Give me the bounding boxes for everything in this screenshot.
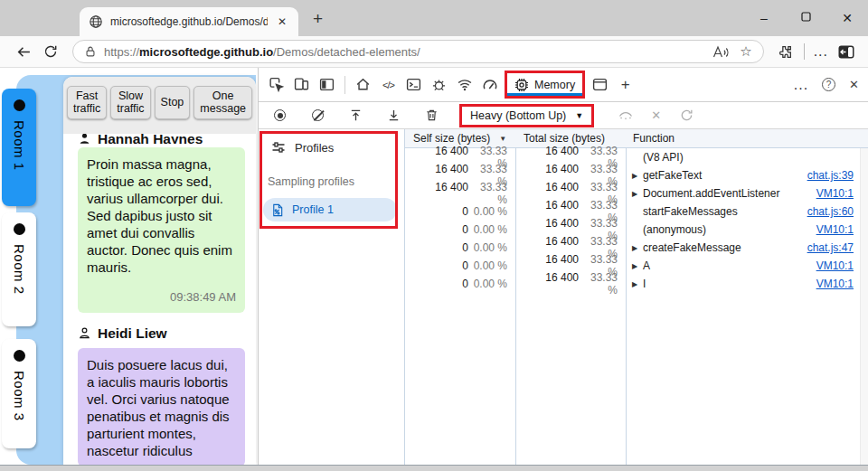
settings-more-icon[interactable]: ... — [814, 43, 828, 60]
devtools-more-icon[interactable]: ... — [794, 77, 808, 93]
back-icon[interactable] — [14, 42, 33, 61]
refresh-icon[interactable] — [42, 42, 60, 61]
expand-chevron-icon[interactable]: ▶ — [632, 190, 643, 198]
room-tab-3[interactable]: Room 3 — [2, 339, 36, 448]
profile-view-select[interactable]: Heavy (Bottom Up) ▼ — [459, 104, 594, 127]
profile-item-label: Profile 1 — [292, 203, 334, 216]
room-tab-2[interactable]: Room 2 — [2, 212, 36, 326]
inspect-view-eye-icon[interactable] — [613, 103, 637, 127]
room-status-dot — [14, 350, 25, 362]
clear-selection-icon[interactable]: ✕ — [651, 108, 661, 122]
table-row[interactable]: 16 40033.33 % 16 40033.33 % ▶Document.ad… — [405, 184, 868, 203]
sidebar-toggle-icon[interactable] — [837, 42, 855, 61]
tab-close-icon[interactable]: ✕ — [275, 15, 289, 28]
profile-item-1[interactable]: Profile 1 — [263, 198, 397, 221]
source-link[interactable]: chat.js:39 — [807, 169, 868, 182]
stop-button[interactable]: Stop — [155, 86, 191, 119]
table-row[interactable]: 00.00 % 16 40033.33 % ▶createFakeMessage… — [405, 239, 868, 257]
source-link[interactable]: VM10:1 — [816, 187, 868, 200]
help-icon[interactable]: ? — [822, 78, 835, 91]
sampling-grid: Self size (bytes) ▼ Total size (bytes) F… — [404, 129, 868, 465]
lock-icon — [84, 45, 97, 58]
one-message-button[interactable]: One message — [193, 86, 252, 119]
room-status-dot — [14, 223, 25, 235]
performance-gauge-icon[interactable] — [477, 72, 502, 97]
welcome-home-icon[interactable] — [351, 72, 375, 97]
save-profile-icon[interactable] — [382, 103, 406, 127]
browser-tab[interactable]: microsoftedge.github.io/Demos/d ✕ — [80, 7, 298, 36]
read-aloud-icon[interactable] — [712, 45, 729, 59]
message-author: Hannah Haynes — [98, 134, 203, 144]
inspect-element-icon[interactable] — [264, 72, 288, 97]
room-tab-1[interactable]: Room 1 — [2, 89, 36, 206]
layout-panel-icon[interactable] — [588, 72, 612, 97]
message-author: Heidi Liew — [98, 325, 167, 342]
window-bottom-edge — [0, 465, 868, 471]
maximize-button[interactable] — [785, 12, 826, 24]
devtools-panel: </> Memory — [258, 68, 868, 465]
table-row[interactable]: 00.00 % 16 40033.33 % ▶AVM10:1 — [405, 257, 868, 275]
console-icon[interactable] — [401, 72, 426, 97]
message-text: Proin massa magna, tristique ac eros sed… — [87, 156, 232, 275]
table-row[interactable]: 00.00 % 16 40033.33 % ▶IVM10:1 — [405, 275, 868, 293]
column-header-total-size[interactable]: Total size (bytes) — [515, 132, 626, 145]
column-header-function[interactable]: Function — [626, 132, 868, 145]
expand-chevron-icon[interactable]: ▶ — [632, 244, 643, 252]
load-profile-icon[interactable] — [344, 103, 368, 127]
traffic-controls: Fast traffic Slow traffic Stop One messa… — [63, 77, 256, 134]
more-tools-plus-icon[interactable]: + — [613, 72, 637, 97]
close-window-button[interactable]: ✕ — [826, 11, 868, 25]
expand-chevron-icon[interactable]: ▶ — [632, 172, 643, 180]
fast-traffic-button[interactable]: Fast traffic — [67, 86, 107, 119]
message-timestamp: 09:38:49 AM — [87, 288, 236, 306]
refresh-disabled-icon[interactable] — [675, 103, 699, 127]
record-profile-icon[interactable] — [268, 103, 292, 127]
room-label: Room 1 — [12, 120, 27, 171]
profiles-pane: Profiles Sampling profiles Profile 1 — [259, 129, 404, 465]
tabbar-divider — [344, 76, 345, 94]
sampling-profile-doc-icon — [271, 203, 284, 217]
message-author-clipped: Hannah Haynes — [78, 134, 245, 144]
url-text: https://microsoftedge.github.io/Demos/de… — [104, 45, 705, 59]
chat-demo-page: Room 1 Room 2 Room 3 Fast traffic Slow t… — [0, 68, 258, 465]
source-link[interactable]: chat.js:47 — [807, 241, 868, 254]
expand-chevron-icon[interactable]: ▶ — [632, 280, 643, 288]
profiles-header[interactable]: Profiles — [271, 140, 404, 155]
clear-profiles-icon[interactable] — [306, 103, 330, 127]
source-link[interactable]: VM10:1 — [816, 259, 868, 272]
source-link[interactable]: VM10:1 — [816, 278, 868, 290]
debugger-bug-icon[interactable] — [427, 72, 451, 97]
new-tab-button[interactable]: + — [313, 9, 323, 29]
expand-chevron-icon[interactable]: ▶ — [632, 262, 643, 270]
url-field[interactable]: https://microsoftedge.github.io/Demos/de… — [72, 40, 764, 63]
table-row[interactable]: 00.00 % 16 40033.33 % startFakeMessagesc… — [405, 203, 868, 221]
delete-profile-icon[interactable] — [420, 103, 444, 127]
network-wifi-icon[interactable] — [452, 72, 476, 97]
memory-chip-icon — [514, 78, 529, 92]
room-status-dot — [14, 99, 25, 111]
devtools-tabbar: </> Memory — [259, 68, 868, 102]
avatar-icon — [78, 326, 91, 340]
room-label: Room 3 — [12, 371, 27, 421]
device-emulation-icon[interactable] — [289, 72, 314, 97]
dock-side-icon[interactable] — [315, 72, 339, 97]
extensions-puzzle-icon[interactable] — [777, 42, 795, 61]
tab-memory[interactable]: Memory — [505, 71, 585, 99]
chevron-down-icon: ▼ — [575, 111, 583, 120]
memory-tab-label: Memory — [534, 79, 575, 91]
titlebar: microsoftedge.github.io/Demos/d ✕ + – ✕ — [0, 0, 868, 36]
favorites-star-icon[interactable]: ☆ — [740, 43, 751, 60]
elements-code-icon[interactable]: </> — [376, 72, 401, 97]
message-list: Hannah Haynes Proin massa magna, tristiq… — [63, 134, 256, 465]
room-label: Room 2 — [12, 244, 27, 295]
tune-sliders-icon — [271, 140, 286, 155]
source-link[interactable]: chat.js:60 — [807, 205, 868, 218]
column-header-self-size[interactable]: Self size (bytes) ▼ — [405, 132, 515, 145]
slow-traffic-button[interactable]: Slow traffic — [110, 86, 150, 119]
message-bubble: Duis posuere lacus dui, a iaculis mauris… — [78, 348, 245, 465]
minimize-button[interactable]: – — [743, 11, 785, 25]
table-row[interactable]: 00.00 % 16 40033.33 % (anonymous)VM10:1 — [405, 221, 868, 239]
close-devtools-icon[interactable]: ✕ — [849, 78, 859, 91]
source-link[interactable]: VM10:1 — [816, 223, 868, 236]
chat-card: Fast traffic Slow traffic Stop One messa… — [63, 77, 256, 465]
